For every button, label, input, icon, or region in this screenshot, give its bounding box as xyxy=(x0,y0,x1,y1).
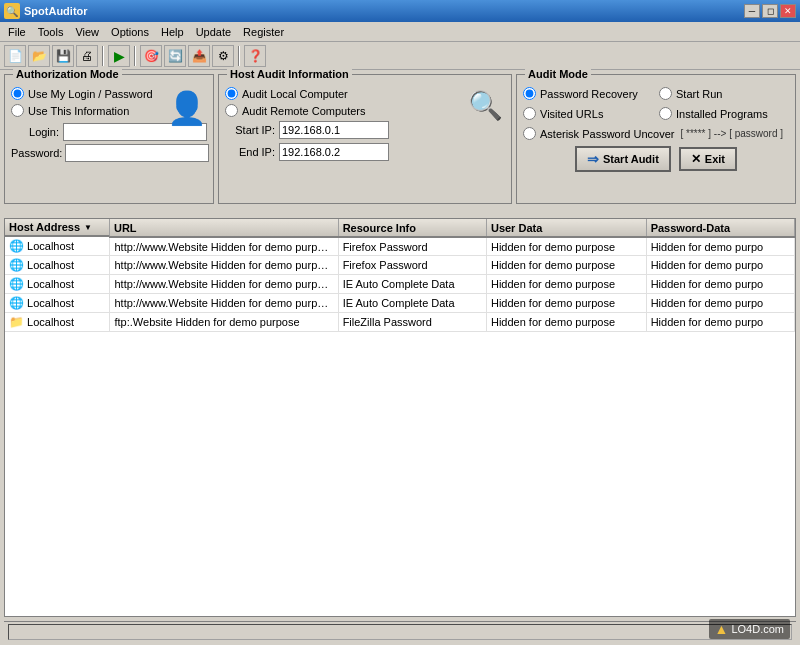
toolbar-print[interactable]: 🖨 xyxy=(76,45,98,67)
password-input[interactable] xyxy=(65,144,209,162)
menu-update[interactable]: Update xyxy=(190,24,237,40)
auth-panel: Authorization Mode Use My Login / Passwo… xyxy=(4,74,214,214)
col-resource[interactable]: Resource Info xyxy=(338,219,486,237)
auth-radio-1[interactable] xyxy=(11,87,24,100)
auth-radio-1-label: Use My Login / Password xyxy=(28,88,153,100)
audit-mode-radio-row-2: Start Run xyxy=(659,87,789,100)
audit-mode-label-3: Visited URLs xyxy=(540,108,603,120)
status-bar xyxy=(4,621,796,641)
table-row[interactable]: 🌐 Localhosthttp://www.Website Hidden for… xyxy=(5,256,795,275)
toolbar-save[interactable]: 💾 xyxy=(52,45,74,67)
audit-radio-local[interactable] xyxy=(225,87,238,100)
restore-button[interactable]: ◻ xyxy=(762,4,778,18)
cell-userdata: Hidden for demo purpose xyxy=(486,313,646,332)
toolbar-play[interactable]: ▶ xyxy=(108,45,130,67)
cell-password: Hidden for demo purpo xyxy=(646,275,794,294)
close-button[interactable]: ✕ xyxy=(780,4,796,18)
audit-mode-radio-2[interactable] xyxy=(659,87,672,100)
cell-userdata: Hidden for demo purpose xyxy=(486,256,646,275)
cell-url: http://www.Website Hidden for demo purpo… xyxy=(110,275,338,294)
exit-button[interactable]: ✕ Exit xyxy=(679,147,737,171)
audit-mode-label-1: Password Recovery xyxy=(540,88,638,100)
audit-mode-radio-row-3: Visited URLs xyxy=(523,107,653,120)
toolbar-new[interactable]: 📄 xyxy=(4,45,26,67)
cell-resource: IE Auto Complete Data xyxy=(338,294,486,313)
auth-panel-title: Authorization Mode xyxy=(13,68,122,80)
avatar-icon: 👤 xyxy=(167,89,207,127)
table-row[interactable]: 🌐 Localhosthttp://www.Website Hidden for… xyxy=(5,294,795,313)
col-password[interactable]: Password-Data xyxy=(646,219,794,237)
window-title: SpotAuditor xyxy=(24,5,88,17)
watermark: ▲ LO4D.com xyxy=(709,619,790,639)
window-controls: ─ ◻ ✕ xyxy=(744,4,796,18)
cell-userdata: Hidden for demo purpose xyxy=(486,294,646,313)
start-ip-row: Start IP: xyxy=(225,121,505,139)
audit-mode-radio-row-5: Asterisk Password Uncover [ ***** ] --> … xyxy=(523,127,789,140)
menu-view[interactable]: View xyxy=(69,24,105,40)
login-label: Login: xyxy=(11,126,59,138)
table-row[interactable]: 🌐 Localhosthttp://www.Website Hidden for… xyxy=(5,275,795,294)
cell-userdata: Hidden for demo purpose xyxy=(486,237,646,256)
audit-mode-radio-3[interactable] xyxy=(523,107,536,120)
cell-host: 🌐 Localhost xyxy=(5,275,110,294)
start-audit-button[interactable]: ⇒ Start Audit xyxy=(575,146,671,172)
host-panel-title: Host Audit Information xyxy=(227,68,352,80)
cell-url: ftp:.Website Hidden for demo purpose xyxy=(110,313,338,332)
results-table-container[interactable]: Host Address ▼ URL Resource Info User Da… xyxy=(4,218,796,617)
toolbar-target[interactable]: 🎯 xyxy=(140,45,162,67)
action-buttons-row: ⇒ Start Audit ✕ Exit xyxy=(523,146,789,172)
toolbar-help[interactable]: ❓ xyxy=(244,45,266,67)
exit-icon: ✕ xyxy=(691,152,701,166)
audit-mode-label-5: Asterisk Password Uncover xyxy=(540,128,675,140)
host-panel: Host Audit Information Audit Local Compu… xyxy=(218,74,512,214)
menu-options[interactable]: Options xyxy=(105,24,155,40)
password-row: Password: xyxy=(11,144,207,162)
col-host[interactable]: Host Address ▼ xyxy=(5,219,110,237)
audit-panel-title: Audit Mode xyxy=(525,68,591,80)
toolbar-refresh[interactable]: 🔄 xyxy=(164,45,186,67)
results-table: Host Address ▼ URL Resource Info User Da… xyxy=(5,219,795,332)
toolbar-separator-1 xyxy=(102,46,104,66)
menu-file[interactable]: File xyxy=(2,24,32,40)
audit-mode-radio-row-4: Installed Programs xyxy=(659,107,789,120)
title-bar: 🔍 SpotAuditor ─ ◻ ✕ xyxy=(0,0,800,22)
cell-host: 🌐 Localhost xyxy=(5,256,110,275)
col-url[interactable]: URL xyxy=(110,219,338,237)
auth-radio-2-label: Use This Information xyxy=(28,105,129,117)
auth-radio-2[interactable] xyxy=(11,104,24,117)
audit-mode-radio-1[interactable] xyxy=(523,87,536,100)
table-row[interactable]: 📁 Localhostftp:.Website Hidden for demo … xyxy=(5,313,795,332)
cell-url: http://www.Website Hidden for demo purpo… xyxy=(110,237,338,256)
sort-arrow: ▼ xyxy=(84,223,92,232)
col-userdata[interactable]: User Data xyxy=(486,219,646,237)
audit-mode-label-4: Installed Programs xyxy=(676,108,768,120)
menu-tools[interactable]: Tools xyxy=(32,24,70,40)
start-label: Start Audit xyxy=(603,153,659,165)
audit-remote-label: Audit Remote Computers xyxy=(242,105,366,117)
menu-register[interactable]: Register xyxy=(237,24,290,40)
panels-row: Authorization Mode Use My Login / Passwo… xyxy=(4,74,796,214)
cell-resource: Firefox Password xyxy=(338,256,486,275)
cell-password: Hidden for demo purpo xyxy=(646,294,794,313)
toolbar-settings[interactable]: ⚙ xyxy=(212,45,234,67)
minimize-button[interactable]: ─ xyxy=(744,4,760,18)
toolbar-open[interactable]: 📂 xyxy=(28,45,50,67)
table-row[interactable]: 🌐 Localhosthttp://www.Website Hidden for… xyxy=(5,237,795,256)
toolbar-export[interactable]: 📤 xyxy=(188,45,210,67)
menu-help[interactable]: Help xyxy=(155,24,190,40)
exit-label: Exit xyxy=(705,153,725,165)
toolbar-separator-2 xyxy=(134,46,136,66)
start-icon: ⇒ xyxy=(587,151,599,167)
toolbar: 📄 📂 💾 🖨 ▶ 🎯 🔄 📤 ⚙ ❓ xyxy=(0,42,800,70)
cell-url: http://www.Website Hidden for demo purpo… xyxy=(110,294,338,313)
main-content: Authorization Mode Use My Login / Passwo… xyxy=(0,70,800,645)
end-ip-input[interactable] xyxy=(279,143,389,161)
app-icon: 🔍 xyxy=(4,3,20,19)
audit-mode-radio-5[interactable] xyxy=(523,127,536,140)
asterisk-suffix: [ ***** ] --> [ password ] xyxy=(681,128,784,139)
audit-radio-remote[interactable] xyxy=(225,104,238,117)
audit-mode-radio-4[interactable] xyxy=(659,107,672,120)
end-ip-row: End IP: xyxy=(225,143,505,161)
start-ip-input[interactable] xyxy=(279,121,389,139)
status-bar-inner xyxy=(8,624,792,640)
